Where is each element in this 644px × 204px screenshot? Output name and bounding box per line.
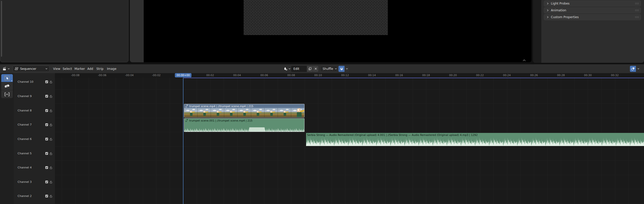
channel-visibility-checkbox[interactable]: [45, 138, 48, 140]
channel-row: Channel 3: [14, 175, 55, 189]
blade-tool-button[interactable]: [1, 82, 13, 90]
unlock-icon[interactable]: [50, 95, 52, 98]
close-icon: [314, 67, 317, 70]
scrollbar-thumb[interactable]: [1, 1, 2, 57]
unlock-icon[interactable]: [50, 166, 52, 169]
timeline-canvas[interactable]: trumpet scene.mp4 | //trumpet scene.mp4 …: [55, 78, 644, 204]
drag-handle-icon[interactable]: [635, 9, 639, 11]
channel-name: Channel 4: [14, 166, 45, 169]
channel-name: Channel 8: [14, 109, 45, 112]
link-icon: [185, 105, 188, 107]
ruler-tick: 00:04: [233, 74, 241, 77]
strip-header: trumpet scene.001 | //trumpet scene.mp4 …: [184, 119, 304, 122]
properties-nav-rail: [533, 0, 541, 63]
playhead[interactable]: [183, 78, 183, 204]
ruler-tick: 00:26: [530, 74, 538, 77]
panel-custom-properties[interactable]: Custom Properties: [544, 14, 641, 20]
pen-icon: [283, 67, 288, 71]
unlock-icon[interactable]: [50, 109, 52, 112]
select-box-icon: [4, 75, 10, 81]
panel-animation[interactable]: Animation: [544, 7, 641, 13]
panel-label: Light Probes: [551, 2, 635, 5]
ruler-tick: 00:20: [449, 74, 457, 77]
datablock-name-field[interactable]: Edit: [291, 66, 307, 72]
drag-handle-icon[interactable]: [635, 16, 639, 18]
channel-visibility-checkbox[interactable]: [45, 181, 48, 183]
ruler-tick: 00:14: [368, 74, 376, 77]
unlock-icon[interactable]: [50, 195, 52, 198]
transparent-image-preview: [244, 0, 388, 35]
channel-name: Channel 3: [14, 180, 45, 184]
channel-row: Channel 9: [14, 89, 55, 103]
channel-name: Channel 10: [14, 80, 45, 83]
link-icon: [185, 119, 188, 122]
drag-handle-icon[interactable]: [635, 3, 639, 5]
editor-type-button[interactable]: [3, 67, 10, 71]
ruler-tick: 00:24: [503, 74, 511, 77]
snap-options-dropdown[interactable]: [345, 66, 349, 72]
duplicate-datablock-button[interactable]: [307, 66, 313, 72]
chevron-right-icon: [546, 9, 549, 12]
overlap-mode-dropdown[interactable]: Shuffle: [320, 66, 337, 72]
menu-view[interactable]: View: [52, 64, 62, 73]
unlink-datablock-button[interactable]: [313, 66, 318, 72]
unlock-icon[interactable]: [50, 152, 52, 155]
menu-marker[interactable]: Marker: [73, 64, 86, 73]
sequencer-toolbar: [0, 73, 14, 204]
menu-image[interactable]: Image: [105, 64, 118, 73]
strip-audio-serbia-strong[interactable]: Serbia Strong — Audio Remastered (Origin…: [306, 133, 644, 146]
retime-tool-button[interactable]: [1, 90, 13, 98]
strips-icon: [15, 67, 18, 70]
ruler-tick: -00:04: [125, 74, 134, 77]
panel-light-probes[interactable]: Light Probes: [544, 1, 641, 7]
ruler-tick: 00:06: [260, 74, 268, 77]
channel-visibility-checkbox[interactable]: [45, 195, 48, 197]
current-frame-indicator[interactable]: 00:00+00: [175, 73, 192, 77]
sequencer-view-type-dropdown[interactable]: Sequencer: [13, 66, 50, 72]
ruler-tick: 00:22: [476, 74, 484, 77]
menu-strip[interactable]: Strip: [95, 64, 105, 73]
strip-header: Serbia Strong — Audio Remastered (Origin…: [306, 133, 644, 137]
ruler-tick: 00:10: [314, 74, 322, 77]
subtool-indicator: [11, 80, 12, 81]
ruler-tick: 00:30: [584, 74, 592, 77]
menu-select[interactable]: Select: [61, 64, 73, 73]
timeline[interactable]: -00:08 -00:06 -00:04 -00:02 00:02 00:04 …: [55, 73, 644, 204]
overlays-toggle-button[interactable]: [630, 66, 636, 72]
ruler-tick: 00:28: [557, 74, 565, 77]
waveform-blob: [249, 127, 265, 132]
time-ruler[interactable]: -00:08 -00:06 -00:04 -00:02 00:02 00:04 …: [55, 73, 644, 78]
chevron-up-icon[interactable]: [522, 58, 526, 61]
channel-name: Channel 2: [14, 194, 45, 198]
strip-audio-trumpet[interactable]: trumpet scene.001 | //trumpet scene.mp4 …: [184, 118, 305, 132]
select-box-tool-button[interactable]: [1, 74, 13, 82]
chevron-down-icon: [8, 68, 10, 70]
properties-editor: Light Probes Animation Custom Properties: [533, 0, 644, 63]
menu-add[interactable]: Add: [86, 64, 95, 73]
thumbnail: [224, 108, 237, 117]
preview-editor: [130, 0, 532, 62]
view-type-value: Sequencer: [20, 67, 44, 71]
channel-name: Channel 5: [14, 152, 45, 155]
overlays-icon: [631, 67, 635, 71]
annotation-tool-dropdown[interactable]: [283, 67, 291, 71]
unlock-icon[interactable]: [50, 138, 52, 141]
panel-label: Custom Properties: [551, 15, 635, 19]
channel-visibility-checkbox[interactable]: [45, 80, 48, 83]
sequencer-header: Sequencer View Select Marker Add Strip I…: [0, 64, 644, 73]
thumbnail: [184, 108, 197, 117]
channel-visibility-checkbox[interactable]: [45, 152, 48, 155]
channel-visibility-checkbox[interactable]: [45, 123, 48, 126]
thumbnail: [237, 108, 251, 117]
ruler-tick: -00:08: [71, 74, 80, 77]
channel-visibility-checkbox[interactable]: [45, 109, 48, 112]
blender-window: Light Probes Animation Custom Properties: [0, 0, 644, 204]
unlock-icon[interactable]: [50, 181, 52, 184]
overlays-options-dropdown[interactable]: [636, 66, 640, 72]
channel-visibility-checkbox[interactable]: [45, 166, 48, 169]
snap-toggle-button[interactable]: [338, 66, 345, 72]
channel-visibility-checkbox[interactable]: [45, 95, 48, 98]
strip-video-trumpet[interactable]: trumpet scene.mp4 | //trumpet scene.mp4 …: [184, 104, 305, 118]
unlock-icon[interactable]: [50, 123, 52, 126]
unlock-icon[interactable]: [50, 80, 52, 83]
